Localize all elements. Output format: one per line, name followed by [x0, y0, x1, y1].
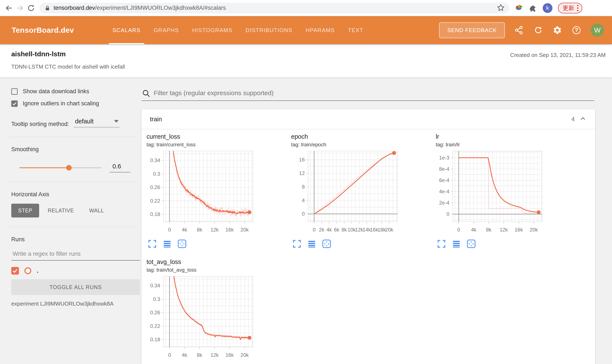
chart-title: lr	[436, 133, 580, 140]
reload-icon[interactable]	[26, 2, 37, 13]
ignore-outliers-checkbox[interactable]	[11, 101, 18, 107]
tab-histograms[interactable]: HISTOGRAMS	[185, 16, 239, 44]
run-checkbox[interactable]	[11, 267, 19, 274]
svg-text:16k: 16k	[225, 352, 234, 358]
help-icon[interactable]: ?	[571, 25, 581, 35]
svg-text:12k: 12k	[500, 227, 508, 233]
toggle-all-runs-button[interactable]: TOGGLE ALL RUNS	[11, 279, 140, 295]
bookmark-star-icon[interactable]	[497, 4, 505, 13]
axis-relative-button[interactable]: RELATIVE	[41, 204, 81, 218]
settings-gear-icon[interactable]	[553, 25, 562, 35]
tab-distributions[interactable]: DISTRIBUTIONS	[239, 16, 299, 44]
run-row: .	[11, 267, 130, 274]
chart-title: tot_avg_loss	[147, 259, 291, 265]
axis-step-button[interactable]: STEP	[11, 204, 39, 218]
svg-text:0.3: 0.3	[153, 171, 160, 177]
tab-scalars[interactable]: SCALARS	[106, 16, 147, 44]
tab-text[interactable]: TEXT	[341, 16, 370, 44]
svg-text:0.22: 0.22	[150, 323, 160, 329]
run-name: .	[37, 267, 39, 274]
ignore-outliers-row[interactable]: Ignore outliers in chart scaling	[11, 100, 130, 107]
settings-sidebar: Show data download links Ignore outliers…	[0, 78, 141, 364]
svg-text:0.3: 0.3	[153, 296, 160, 302]
app-header: TensorBoard.dev SCALARS GRAPHS HISTOGRAM…	[0, 16, 612, 44]
svg-text:8k: 8k	[342, 227, 347, 233]
runs-label: Runs	[11, 236, 130, 243]
tab-graphs[interactable]: GRAPHS	[147, 16, 186, 44]
chart-tag: tag: train/current_loss	[147, 142, 291, 148]
browser-menu-icon[interactable]	[577, 5, 578, 11]
show-download-links-checkbox[interactable]	[11, 88, 18, 95]
chart-canvas[interactable]: 0.180.220.260.30.3404k8k12k16k20k	[147, 150, 265, 237]
train-group-card: train 4 current_loss tag: train/current_…	[141, 109, 595, 364]
expand-chart-icon[interactable]	[437, 239, 446, 249]
expand-chart-icon[interactable]	[147, 239, 157, 249]
svg-text:0.18: 0.18	[150, 211, 160, 217]
run-color-swatch[interactable]	[25, 267, 31, 274]
show-download-links-row[interactable]: Show data download links	[11, 88, 130, 95]
chevron-down-icon	[114, 120, 119, 123]
svg-text:4k: 4k	[182, 227, 187, 233]
chart-canvas[interactable]: 048121602k4k6k8k10k12k14k16k18k20k	[291, 150, 410, 237]
chart-tot-avg-loss: tot_avg_loss tag: train/tot_avg_loss 0.1…	[147, 259, 291, 364]
svg-text:20k: 20k	[240, 352, 249, 358]
svg-text:12k: 12k	[210, 352, 219, 358]
browser-toolbar: tensorboard.dev/experiment/LJI9MWUORLOw3…	[0, 0, 612, 16]
chrome-update-button[interactable]: 更新	[558, 3, 582, 13]
runs-filter-input[interactable]	[11, 249, 140, 260]
extension-bowl-icon[interactable]	[514, 3, 523, 13]
back-icon[interactable]	[3, 2, 14, 13]
forward-icon[interactable]	[14, 2, 26, 13]
chart-canvas[interactable]: 02e-44e-46e-48e-41e-304k8k12k16k20k	[436, 150, 555, 237]
svg-text:4k: 4k	[182, 352, 187, 358]
svg-text:2e-4: 2e-4	[439, 200, 449, 206]
share-icon[interactable]	[514, 25, 524, 35]
svg-text:8e-4: 8e-4	[439, 166, 449, 172]
experiment-description: TDNN-LSTM CTC model for aishell with ice…	[11, 64, 606, 70]
address-bar[interactable]: tensorboard.dev/experiment/LJI9MWUORLOw3…	[40, 3, 510, 13]
tooltip-sorting-label: Tooltip sorting method:	[11, 121, 69, 127]
browser-profile-avatar[interactable]: k	[543, 3, 553, 13]
svg-text:4k: 4k	[326, 227, 332, 233]
chart-tag: tag: train/tot_avg_loss	[147, 267, 291, 273]
fit-domain-icon[interactable]	[322, 239, 332, 249]
axis-wall-button[interactable]: WALL	[82, 204, 111, 218]
svg-text:10k: 10k	[348, 227, 356, 233]
chart-canvas[interactable]: 0.180.220.260.30.3404k8k12k16k20k	[147, 275, 265, 363]
fit-domain-icon[interactable]	[466, 239, 476, 249]
log-scale-icon[interactable]	[307, 239, 317, 249]
collapse-chevron-icon[interactable]	[579, 115, 587, 123]
smoothing-slider[interactable]	[19, 167, 102, 168]
log-scale-icon[interactable]	[451, 239, 461, 249]
user-avatar[interactable]: W	[591, 24, 604, 37]
svg-text:2k: 2k	[319, 227, 324, 233]
filter-tags-input[interactable]	[141, 88, 594, 101]
svg-text:4k: 4k	[471, 227, 476, 233]
svg-text:20k: 20k	[240, 227, 249, 233]
scalars-main: train 4 current_loss tag: train/current_…	[141, 78, 612, 364]
train-group-header[interactable]: train 4	[141, 109, 595, 129]
expand-chart-icon[interactable]	[292, 239, 302, 249]
send-feedback-button[interactable]: SEND FEEDBACK	[439, 22, 505, 38]
tooltip-sorting-select[interactable]: default	[74, 118, 120, 127]
svg-text:0: 0	[446, 211, 449, 217]
refresh-icon[interactable]	[533, 25, 543, 35]
tab-hparams[interactable]: HPARAMS	[299, 16, 341, 44]
group-name: train	[150, 116, 162, 123]
log-scale-icon[interactable]	[162, 239, 172, 249]
svg-text:20k: 20k	[530, 227, 538, 233]
slider-thumb[interactable]	[66, 165, 72, 170]
search-icon	[142, 89, 151, 99]
tab-bar: SCALARS GRAPHS HISTOGRAMS DISTRIBUTIONS …	[106, 16, 370, 44]
chart-current-loss: current_loss tag: train/current_loss 0.1…	[147, 133, 291, 249]
app-logo[interactable]: TensorBoard.dev	[12, 26, 74, 34]
svg-text:16k: 16k	[225, 227, 234, 233]
svg-text:0: 0	[168, 227, 171, 233]
svg-text:16k: 16k	[515, 227, 523, 233]
extensions-puzzle-icon[interactable]	[529, 3, 537, 13]
smoothing-value[interactable]: 0.6	[110, 163, 130, 172]
chart-tag: tag: train/epoch	[291, 142, 436, 148]
svg-text:18k: 18k	[378, 227, 386, 233]
fit-domain-icon[interactable]	[177, 239, 187, 249]
charts-grid: current_loss tag: train/current_loss 0.1…	[141, 129, 595, 364]
